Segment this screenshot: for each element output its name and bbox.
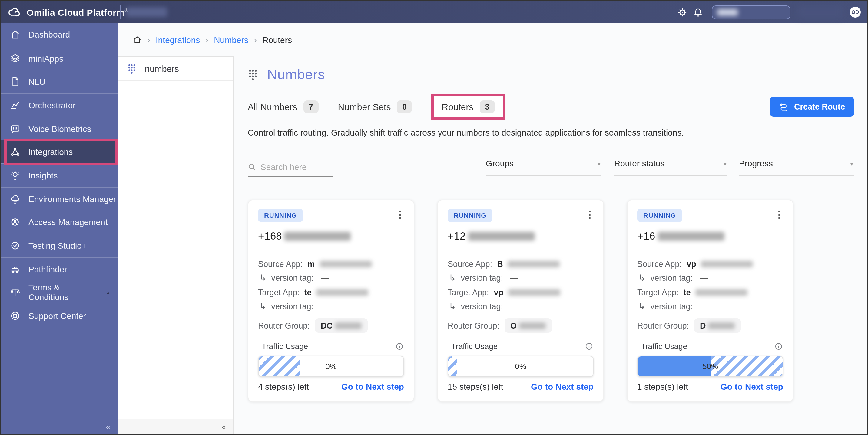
redacted-topbar-item [798,6,842,18]
sidebar-item-voice-biometrics[interactable]: Voice Biometrics [1,117,118,140]
sidebar-item-dashboard[interactable]: Dashboard [1,23,118,46]
dialpad-icon [248,68,258,81]
sidebar-item-pathfinder[interactable]: Pathfinder [1,257,118,280]
progress-dropdown[interactable]: Progress ▼ [739,158,854,176]
router-card: RUNNING +168 Source App: m [248,200,414,402]
divider [635,252,786,252]
sidebar-item-environments-manager[interactable]: Environments Manager [1,187,118,210]
traffic-progress-bar: 0% [447,356,594,377]
topbar-divider [120,5,121,19]
router-group-label: Router Group: [447,321,499,330]
tab-number-sets[interactable]: Number Sets 0 [338,100,412,113]
sidebar-item-label: miniApps [28,54,63,63]
omilia-cloud-logo-icon [7,5,22,20]
breadcrumb-link-numbers[interactable]: Numbers [214,35,248,44]
go-to-next-step-link[interactable]: Go to Next step [341,382,404,392]
sidebar-item-label: Pathfinder [28,264,67,274]
go-to-next-step-link[interactable]: Go to Next step [720,382,783,392]
kebab-menu-icon[interactable] [396,209,404,221]
kebab-menu-icon[interactable] [775,209,783,221]
tab-routers[interactable]: Routers 3 [441,100,495,113]
divider [256,252,406,252]
sidebar-item-label: Integrations [28,147,73,157]
chevron-down-icon: ▼ [849,159,854,167]
sidebar-item-access-management[interactable]: Access Management [1,210,118,234]
redacted-target-app [508,289,560,296]
breadcrumb-link-integrations[interactable]: Integrations [156,35,200,44]
target-app-value: te [684,288,691,297]
info-icon[interactable] [395,342,404,351]
create-route-button[interactable]: Create Route [770,97,854,117]
tab-count-badge: 7 [303,100,318,113]
sidebar-item-testing-studio[interactable]: Testing Studio+ [1,234,118,257]
breadcrumb-current: Routers [262,35,292,44]
bell-icon[interactable] [690,4,706,20]
version-tag-label: version tag: [271,273,313,282]
go-to-next-step-link[interactable]: Go to Next step [531,382,594,392]
sidebar-item-label: Orchestrator [28,100,76,110]
redacted-phone [657,232,724,241]
phone-number: +168 [258,230,404,243]
home-breadcrumb-icon[interactable] [133,35,142,44]
redacted-search-pill[interactable] [712,5,790,19]
source-app-label: Source App: [258,260,303,269]
collapse-sidebar-icon[interactable]: « [106,422,110,431]
sidebar-item-integrations[interactable]: Integrations [1,140,118,163]
sidebar-item-insights[interactable]: Insights [1,163,118,187]
version-tag-value: — [700,273,708,282]
kebab-menu-icon[interactable] [586,209,594,221]
sidebar-item-label: NLU [28,77,45,87]
source-app-label: Source App: [637,260,682,269]
app-window: Omilia Cloud Platform® OD [0,0,868,435]
tab-count-badge: 3 [480,100,495,113]
redacted-phone [468,232,534,241]
document-icon [10,76,21,87]
branch-arrow-icon: ↳ [259,301,266,311]
router-status-dropdown[interactable]: Router status ▼ [614,158,727,176]
chevron-up-icon[interactable]: ▲ [106,291,110,295]
target-app-label: Target App: [637,288,679,297]
sidebar-item-label: Voice Biometrics [28,124,91,133]
router-card: RUNNING +16 Source App: vp [627,200,794,402]
dialpad-icon [127,63,136,74]
version-tag-label: version tag: [271,302,313,311]
traffic-usage-label: Traffic Usage [262,342,308,351]
search-field[interactable] [248,158,333,177]
helm-icon[interactable] [674,4,690,20]
sidebar-item-label: Insights [28,171,58,180]
subsidebar-item-numbers[interactable]: numbers [118,57,233,81]
tab-all-numbers[interactable]: All Numbers 7 [248,100,318,113]
redacted-topbar-text [126,7,167,17]
progress-percent: 0% [448,356,593,376]
search-input[interactable] [259,162,328,172]
steps-left: 1 steps(s) left [637,382,688,392]
sidebar-item-support-center[interactable]: Support Center [1,304,118,327]
tab-description: Control traffic routing. Gradually shift… [248,128,854,137]
info-icon[interactable] [585,342,594,351]
version-tag-label: version tag: [461,273,503,282]
sidebar-item-miniapps[interactable]: miniApps [1,46,118,70]
source-app-value: vp [687,260,696,269]
topbar-actions: OD [674,4,867,20]
branch-arrow-icon: ↳ [639,301,645,311]
avatar[interactable]: OD [850,7,861,18]
router-card: RUNNING +12 Source App: B [437,200,604,402]
sidebar-item-nlu[interactable]: NLU [1,70,118,93]
sidebar-item-terms-conditions[interactable]: Terms & Conditions ▲ [1,280,118,304]
info-icon[interactable] [774,342,783,351]
progress-percent: 50% [638,356,783,376]
breadcrumb: › Integrations › Numbers › Routers [118,23,867,56]
divider [445,252,596,252]
collapse-subsidebar-icon[interactable]: « [222,422,226,431]
sidebar-item-orchestrator[interactable]: Orchestrator [1,93,118,116]
sidebar-item-label: Environments Manager [28,194,116,204]
topbar: Omilia Cloud Platform® OD [1,1,867,23]
groups-dropdown[interactable]: Groups ▼ [486,158,601,176]
traffic-progress-bar: 50% [637,356,783,377]
redacted-router-group [335,322,362,329]
share-nodes-icon [10,147,21,158]
cloud-icon [10,193,21,204]
sidebar-footer: « [1,419,118,434]
sidebar-item-label: Access Management [28,218,107,227]
redacted-router-group [708,322,735,329]
